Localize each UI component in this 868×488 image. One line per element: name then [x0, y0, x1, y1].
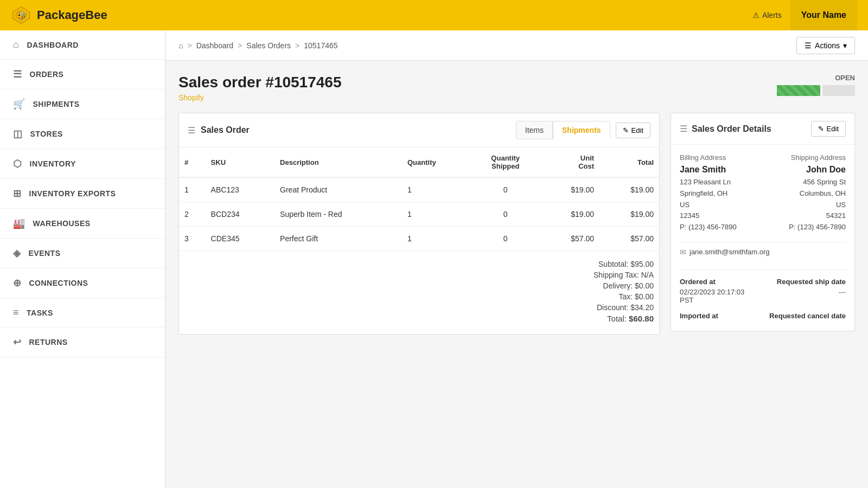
main-content: ⌂ > Dashboard > Sales Orders > 10517465 …: [165, 30, 868, 488]
status-bar-empty: [822, 85, 855, 96]
sidebar-item-inventory-exports[interactable]: ⊞ INVENTORY EXPORTS: [0, 179, 165, 209]
sidebar-item-inventory[interactable]: ⬡ INVENTORY: [0, 149, 165, 179]
shipping-tax-row: Shipping Tax: N/A: [184, 271, 654, 279]
billing-label: Billing Address: [680, 153, 760, 162]
sidebar-item-stores[interactable]: ◫ STORES: [0, 119, 165, 149]
sidebar-item-orders[interactable]: ☰ ORDERS: [0, 60, 165, 89]
breadcrumb-sales-orders[interactable]: Sales Orders: [246, 41, 291, 50]
actions-chevron-icon: ▾: [843, 41, 847, 50]
shipping-tax-label: Shipping Tax:: [593, 271, 639, 279]
row-qty: 1: [402, 227, 471, 251]
table-row: 1 ABC123 Great Product 1 0 $19.00 $19.00: [179, 177, 659, 202]
billing-phone: P: (123) 456-7890: [680, 222, 760, 233]
actions-label: Actions: [815, 41, 840, 50]
tax-label: Tax:: [618, 292, 633, 301]
alerts-button[interactable]: ⚠ Alerts: [744, 7, 790, 24]
breadcrumb-order-id: 10517465: [304, 41, 337, 50]
panel-title-icon: ☰: [188, 125, 195, 136]
col-desc: Description: [275, 147, 402, 177]
tasks-icon: ≡: [13, 307, 19, 318]
logo-area[interactable]: 🐝 PackageBee: [11, 5, 107, 25]
orders-icon: ☰: [13, 68, 22, 80]
requested-ship-value: ---: [766, 288, 846, 296]
breadcrumb-dashboard[interactable]: Dashboard: [196, 41, 234, 50]
row-desc: Great Product: [275, 177, 402, 202]
top-navigation: 🐝 PackageBee ⚠ Alerts Your Name: [0, 0, 868, 30]
user-button[interactable]: Your Name: [790, 0, 857, 30]
actions-button[interactable]: ☰ Actions ▾: [796, 37, 855, 54]
actions-list-icon: ☰: [805, 41, 812, 50]
sidebar-item-dashboard[interactable]: ⌂ DASHBOARD: [0, 30, 165, 60]
order-source[interactable]: Shopify: [178, 93, 341, 102]
email-row: ✉ jane.smith@smithfam.org: [680, 242, 846, 262]
edit-icon: ✎: [623, 126, 629, 134]
edit-label: Edit: [631, 126, 643, 134]
shipping-zip: 54321: [766, 210, 846, 222]
dashboard-icon: ⌂: [13, 39, 19, 50]
tab-items[interactable]: Items: [516, 121, 553, 139]
sidebar-item-warehouses[interactable]: 🏭 WAREHOUSES: [0, 209, 165, 239]
billing-name: Jane Smith: [680, 165, 760, 175]
sidebar-item-label: INVENTORY: [30, 159, 76, 168]
panel-tabs: Items Shipments: [516, 121, 610, 139]
inventory-icon: ⬡: [13, 158, 22, 170]
row-total: $19.00: [599, 202, 659, 227]
col-sku: SKU: [206, 147, 275, 177]
requested-cancel-label: Requested cancel date: [766, 312, 846, 320]
panel-title: Sales Order: [201, 125, 250, 135]
sidebar-item-connections[interactable]: ⊕ CONNECTIONS: [0, 268, 165, 298]
status-bar-filled: [777, 85, 820, 96]
status-label: OPEN: [777, 74, 855, 82]
row-qty-shipped: 0: [471, 227, 540, 251]
row-unit-cost: $19.00: [540, 202, 599, 227]
col-qty-shipped: QuantityShipped: [471, 147, 540, 177]
panel-header-right: Items Shipments ✎ Edit: [516, 121, 650, 139]
sidebar-item-label: DASHBOARD: [27, 41, 79, 49]
warehouses-icon: 🏭: [13, 217, 25, 229]
details-title-icon: ☰: [680, 124, 687, 134]
details-title-area: ☰ Sales Order Details: [680, 124, 771, 134]
sales-order-edit-button[interactable]: ✎ Edit: [616, 123, 650, 138]
app-name: PackageBee: [37, 8, 107, 22]
total-value: $60.80: [629, 314, 654, 323]
email-icon: ✉: [680, 248, 686, 256]
tab-shipments[interactable]: Shipments: [553, 121, 610, 139]
sidebar-item-label: INVENTORY EXPORTS: [29, 189, 116, 198]
order-table: # SKU Description Quantity QuantityShipp…: [179, 147, 659, 251]
subtotal-row: Subtotal: $95.00: [184, 260, 654, 268]
table-row: 2 BCD234 Superb Item - Red 1 0 $19.00 $1…: [179, 202, 659, 227]
shipping-city-state: Columbus, OH: [766, 188, 846, 200]
details-header: ☰ Sales Order Details ✎ Edit: [671, 113, 854, 145]
imported-at-col: Imported at: [680, 312, 760, 322]
row-desc: Superb Item - Red: [275, 202, 402, 227]
details-edit-button[interactable]: ✎ Edit: [811, 121, 846, 137]
row-sku: ABC123: [206, 177, 275, 202]
stores-icon: ◫: [13, 128, 23, 140]
col-unit-cost: UnitCost: [540, 147, 599, 177]
row-unit-cost: $19.00: [540, 177, 599, 202]
returns-icon: ↩: [13, 336, 22, 348]
panel-title-area: ☰ Sales Order: [188, 125, 250, 136]
breadcrumb: ⌂ > Dashboard > Sales Orders > 10517465: [178, 41, 338, 50]
sidebar-item-returns[interactable]: ↩ RETURNS: [0, 328, 165, 357]
sidebar-item-shipments[interactable]: 🛒 SHIPMENTS: [0, 89, 165, 119]
order-title-area: Sales order #10517465 Shopify: [178, 74, 341, 102]
total-label: Total:: [607, 314, 627, 323]
shipping-phone: P: (123) 456-7890: [766, 222, 846, 233]
top-right-area: ⚠ Alerts Your Name: [744, 0, 857, 30]
logo-icon: 🐝: [11, 5, 31, 25]
sales-order-panel: ☰ Sales Order Items Shipments ✎ Edit: [178, 113, 660, 335]
grand-total-row: Total: $60.80: [184, 314, 654, 323]
shipping-country: US: [766, 200, 846, 211]
billing-address: Billing Address Jane Smith 123 Pleasant …: [680, 153, 760, 233]
shipping-address1: 456 Spring St: [766, 177, 846, 188]
billing-city-state: Springfield, OH: [680, 188, 760, 200]
imported-at-label: Imported at: [680, 312, 760, 320]
shipping-name: John Doe: [766, 165, 846, 175]
ordered-at-value: 02/22/2023 20:17:03 PST: [680, 288, 760, 304]
two-column-layout: ☰ Sales Order Items Shipments ✎ Edit: [178, 113, 855, 335]
status-area: OPEN: [777, 74, 855, 96]
sidebar-item-tasks[interactable]: ≡ TASKS: [0, 298, 165, 328]
shipping-tax-value: N/A: [641, 271, 654, 279]
sidebar-item-events[interactable]: ◈ EVENTS: [0, 239, 165, 268]
